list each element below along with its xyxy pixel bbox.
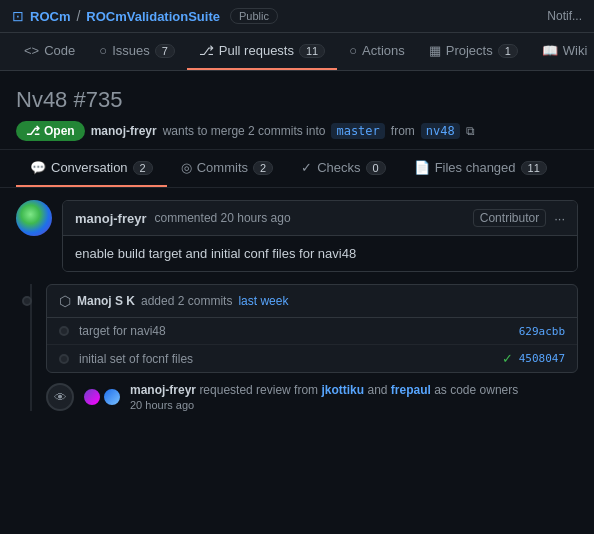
projects-badge: 1: [498, 44, 518, 58]
pr-tab-files-changed[interactable]: 📄 Files changed 11: [400, 150, 561, 187]
code-icon: <>: [24, 43, 39, 58]
projects-icon: ▦: [429, 43, 441, 58]
pr-badge: 11: [299, 44, 325, 58]
copy-branch-icon[interactable]: ⧉: [466, 124, 475, 138]
commit-hash-0[interactable]: 629acbb: [519, 325, 565, 338]
review-eye-icon: 👁: [46, 383, 74, 411]
main-nav: <> Code ○ Issues 7 ⎇ Pull requests 11 ○ …: [0, 33, 594, 71]
pr-tab-conversation-label: Conversation: [51, 160, 128, 175]
pr-tab-checks-label: Checks: [317, 160, 360, 175]
commits-icon: ◎: [181, 160, 192, 175]
review-text-block: manoj-freyr requested review from jkotti…: [130, 383, 518, 411]
pr-status-label: Open: [44, 124, 75, 138]
review-description: manoj-freyr requested review from jkotti…: [130, 383, 518, 397]
pr-tab-commits[interactable]: ◎ Commits 2: [167, 150, 287, 187]
review-and: and: [367, 383, 390, 397]
tab-actions-label: Actions: [362, 43, 405, 58]
commit-group-author[interactable]: Manoj S K: [77, 294, 135, 308]
comment-more-button[interactable]: ···: [554, 211, 565, 226]
pr-tab-checks[interactable]: ✓ Checks 0: [287, 150, 399, 187]
comment-header: manoj-freyr commented 20 hours ago Contr…: [63, 201, 577, 236]
top-bar: ⊡ ROCm / ROCmValidationSuite Public Noti…: [0, 0, 594, 33]
tab-code[interactable]: <> Code: [12, 33, 87, 70]
tab-actions[interactable]: ○ Actions: [337, 33, 417, 70]
timeline-section: ⬡ Manoj S K added 2 commits last week ta…: [20, 284, 578, 411]
repo-separator: /: [76, 8, 80, 24]
issues-icon: ○: [99, 43, 107, 58]
comment-body: enable build target and initial conf fil…: [63, 236, 577, 271]
tab-wiki-label: Wiki: [563, 43, 588, 58]
notification-button[interactable]: Notif...: [547, 9, 582, 23]
pr-title-name: Nv48: [16, 87, 67, 112]
conversation-icon: 💬: [30, 160, 46, 175]
pr-meta-text: wants to merge 2 commits into: [163, 124, 326, 138]
review-time: 20 hours ago: [130, 399, 518, 411]
commit-group: ⬡ Manoj S K added 2 commits last week ta…: [46, 284, 578, 373]
commit-msg-1: initial set of focnf files: [79, 352, 502, 366]
tab-code-label: Code: [44, 43, 75, 58]
files-changed-badge: 11: [521, 161, 547, 175]
pr-status-badge: ⎇ Open: [16, 121, 85, 141]
pr-base-branch[interactable]: master: [331, 123, 384, 139]
visibility-badge: Public: [230, 8, 278, 24]
commit-verified-icon: ✓: [502, 351, 513, 366]
comment-container: manoj-freyr commented 20 hours ago Contr…: [16, 200, 578, 272]
timeline-content: ⬡ Manoj S K added 2 commits last week ta…: [46, 284, 578, 411]
wiki-icon: 📖: [542, 43, 558, 58]
pr-number: #735: [73, 87, 122, 112]
commit-dot-0: [59, 326, 69, 336]
commit-row-1: initial set of focnf files ✓ 4508047: [47, 345, 577, 372]
comment-role-badge: Contributor: [473, 209, 546, 227]
pr-head-branch[interactable]: nv48: [421, 123, 460, 139]
commit-msg-0: target for navi48: [79, 324, 519, 338]
comment-time: commented 20 hours ago: [155, 211, 291, 225]
tab-issues-label: Issues: [112, 43, 150, 58]
commits-badge: 2: [253, 161, 273, 175]
checks-icon: ✓: [301, 160, 312, 175]
commit-group-time-link[interactable]: last week: [238, 294, 288, 308]
repo-owner-link[interactable]: ROCm: [30, 9, 70, 24]
tab-issues[interactable]: ○ Issues 7: [87, 33, 187, 70]
comment-author[interactable]: manoj-freyr: [75, 211, 147, 226]
content-area: manoj-freyr commented 20 hours ago Contr…: [0, 188, 594, 423]
pr-from-text: from: [391, 124, 415, 138]
pr-tab-conversation[interactable]: 💬 Conversation 2: [16, 150, 167, 187]
pr-icon: ⎇: [199, 43, 214, 58]
conversation-badge: 2: [133, 161, 153, 175]
tab-projects[interactable]: ▦ Projects 1: [417, 33, 530, 70]
commit-group-header: ⬡ Manoj S K added 2 commits last week: [47, 285, 577, 318]
reviewer-1[interactable]: jkottiku: [321, 383, 364, 397]
tab-pr-label: Pull requests: [219, 43, 294, 58]
checks-badge: 0: [366, 161, 386, 175]
review-requester[interactable]: manoj-freyr: [130, 383, 196, 397]
tab-projects-label: Projects: [446, 43, 493, 58]
review-request-item: 👁 manoj-freyr requested review from jkot…: [46, 383, 578, 411]
commit-group-action: added 2 commits: [141, 294, 232, 308]
commit-row-0: target for navi48 629acbb: [47, 318, 577, 345]
tab-pull-requests[interactable]: ⎇ Pull requests 11: [187, 33, 337, 70]
pr-author[interactable]: manoj-freyr: [91, 124, 157, 138]
commit-hash-1[interactable]: 4508047: [519, 352, 565, 365]
commit-group-icon: ⬡: [59, 293, 71, 309]
commit-dot-1: [59, 354, 69, 364]
pr-header: Nv48 #735 ⎇ Open manoj-freyr wants to me…: [0, 71, 594, 150]
reviewer-avatar-1: [82, 387, 102, 407]
files-changed-icon: 📄: [414, 160, 430, 175]
pr-tab-commits-label: Commits: [197, 160, 248, 175]
comment-card: manoj-freyr commented 20 hours ago Contr…: [62, 200, 578, 272]
pr-status-icon: ⎇: [26, 124, 40, 138]
reviewer-avatar-2: [102, 387, 122, 407]
reviewer-2[interactable]: frepaul: [391, 383, 431, 397]
actions-icon: ○: [349, 43, 357, 58]
repo-name-link[interactable]: ROCmValidationSuite: [86, 9, 220, 24]
review-action: requested review from: [199, 383, 321, 397]
comment-actions: Contributor ···: [473, 209, 565, 227]
pr-tabs: 💬 Conversation 2 ◎ Commits 2 ✓ Checks 0 …: [0, 150, 594, 188]
pr-meta: ⎇ Open manoj-freyr wants to merge 2 comm…: [16, 121, 578, 141]
pr-title: Nv48 #735: [16, 87, 578, 113]
review-role-desc: as code owners: [434, 383, 518, 397]
issues-badge: 7: [155, 44, 175, 58]
commit-group-wrapper: ⬡ Manoj S K added 2 commits last week ta…: [46, 284, 578, 373]
tab-wiki[interactable]: 📖 Wiki: [530, 33, 594, 70]
commenter-avatar: [16, 200, 52, 236]
